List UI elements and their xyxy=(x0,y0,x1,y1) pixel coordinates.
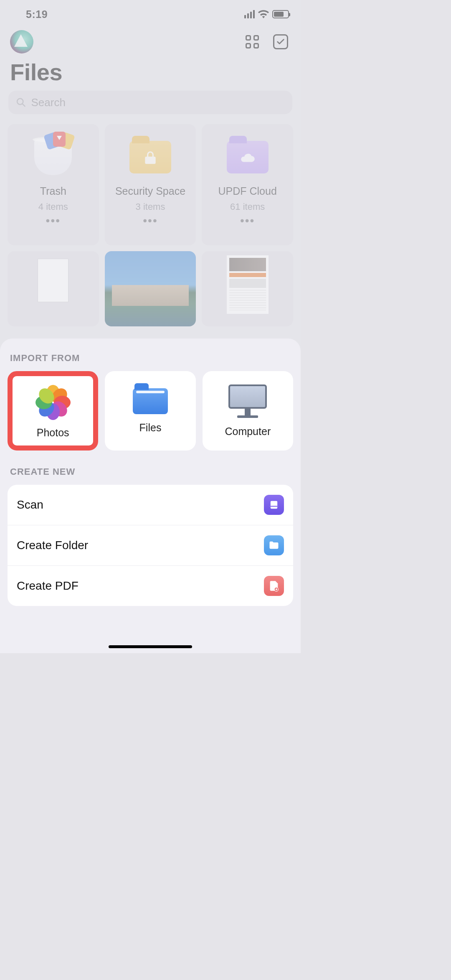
folder-icon xyxy=(227,132,269,183)
status-indicators xyxy=(244,10,289,18)
home-indicator[interactable] xyxy=(109,645,192,648)
svg-rect-3 xyxy=(270,506,279,507)
create-pdf-button[interactable]: Create PDF xyxy=(8,566,293,606)
layout-grid-icon[interactable] xyxy=(246,35,259,48)
create-folder-button[interactable]: Create Folder xyxy=(8,525,293,566)
folder-label: Security Space xyxy=(115,185,185,197)
folder-icon xyxy=(129,132,171,183)
wifi-icon xyxy=(258,10,269,18)
computer-icon xyxy=(228,384,267,418)
action-sheet: IMPORT FROM Photos Files Computer xyxy=(0,339,301,653)
file-item-document[interactable] xyxy=(202,251,293,326)
search-field[interactable] xyxy=(8,91,292,114)
svg-rect-2 xyxy=(271,501,277,509)
search-input[interactable] xyxy=(31,96,285,109)
folder-subtitle: 4 items xyxy=(38,201,68,212)
status-time: 5:19 xyxy=(26,8,48,20)
create-label: Scan xyxy=(17,498,43,512)
page-title: Files xyxy=(0,53,301,89)
avatar[interactable] xyxy=(10,30,33,53)
import-label: Computer xyxy=(225,425,271,438)
more-icon[interactable]: ••• xyxy=(143,215,157,227)
folder-updf-cloud[interactable]: UPDF Cloud 61 items ••• xyxy=(202,124,293,245)
create-label: Create Folder xyxy=(17,539,88,552)
svg-line-1 xyxy=(22,104,25,106)
battery-icon xyxy=(272,10,289,18)
photo-thumbnail xyxy=(105,251,196,326)
folder-icon xyxy=(264,535,284,555)
files-folder-icon xyxy=(133,388,168,414)
import-label: Photos xyxy=(37,427,69,439)
photos-icon xyxy=(35,383,71,419)
more-icon[interactable]: ••• xyxy=(46,215,61,227)
select-mode-icon[interactable] xyxy=(273,34,288,49)
folder-subtitle: 3 items xyxy=(136,201,165,212)
cellular-icon xyxy=(244,10,255,18)
folder-subtitle: 61 items xyxy=(230,201,265,212)
create-label: Create PDF xyxy=(17,579,79,593)
document-icon xyxy=(38,259,68,302)
status-bar: 5:19 xyxy=(0,0,301,23)
folder-label: Trash xyxy=(40,185,66,197)
folder-label: UPDF Cloud xyxy=(218,185,277,197)
file-item-blank[interactable] xyxy=(8,251,99,326)
trash-icon xyxy=(34,132,72,183)
import-photos-button[interactable]: Photos xyxy=(8,371,98,451)
create-list: Scan Create Folder Create PDF xyxy=(8,485,293,606)
document-thumbnail xyxy=(227,255,269,314)
more-icon[interactable]: ••• xyxy=(240,215,255,227)
import-section-title: IMPORT FROM xyxy=(10,353,291,364)
import-label: Files xyxy=(139,422,162,434)
header xyxy=(0,23,301,53)
folder-security-space[interactable]: Security Space 3 items ••• xyxy=(105,124,196,245)
create-section-title: CREATE NEW xyxy=(10,466,291,477)
scan-icon xyxy=(264,495,284,515)
import-files-button[interactable]: Files xyxy=(105,371,195,451)
pdf-icon xyxy=(264,576,284,596)
create-scan-button[interactable]: Scan xyxy=(8,485,293,525)
file-item-photo[interactable] xyxy=(105,251,196,326)
search-icon xyxy=(16,97,26,108)
import-computer-button[interactable]: Computer xyxy=(203,371,293,451)
folder-trash[interactable]: Trash 4 items ••• xyxy=(8,124,99,245)
